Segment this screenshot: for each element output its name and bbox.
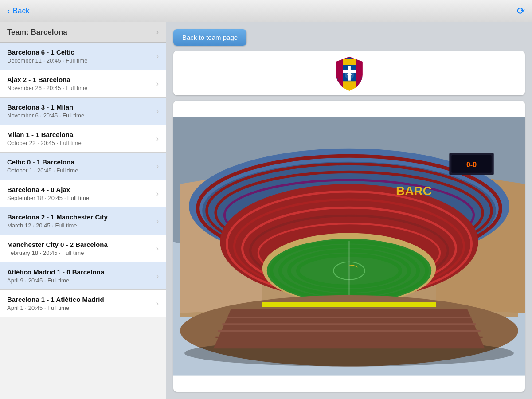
svg-text:0-0: 0-0 <box>466 160 477 168</box>
match-item[interactable]: Ajax 2 - 1 BarcelonaNovember 26 · 20:45 … <box>0 70 166 98</box>
fcb-badge: FCB <box>332 55 367 91</box>
team-logo-card: FCB <box>173 51 525 95</box>
match-subtitle: November 6 · 20:45 · Full time <box>7 112 153 119</box>
match-info: Celtic 0 - 1 BarcelonaOctober 1 · 20:45 … <box>7 158 153 174</box>
match-title: Barcelona 6 - 1 Celtic <box>7 48 153 56</box>
match-info: Barcelona 6 - 1 CelticDecember 11 · 20:4… <box>7 48 153 64</box>
match-info: Barcelona 2 - 1 Manchester CityMarch 12 … <box>7 213 153 229</box>
match-subtitle: April 9 · 20:45 · Full time <box>7 277 153 284</box>
match-item[interactable]: Celtic 0 - 1 BarcelonaOctober 1 · 20:45 … <box>0 153 166 180</box>
match-info: Barcelona 1 - 1 Atlético MadridApril 1 ·… <box>7 296 153 311</box>
item-chevron-icon: › <box>156 135 159 143</box>
match-title: Ajax 2 - 1 Barcelona <box>7 76 153 83</box>
back-button[interactable]: ‹ Back <box>7 6 29 16</box>
item-chevron-icon: › <box>156 52 159 60</box>
match-item[interactable]: Barcelona 1 - 1 Atlético MadridApril 1 ·… <box>0 290 166 317</box>
item-chevron-icon: › <box>156 190 159 198</box>
match-subtitle: February 18 · 20:45 · Full time <box>7 250 153 256</box>
item-chevron-icon: › <box>156 300 159 308</box>
match-item[interactable]: Barcelona 4 - 0 AjaxSeptember 18 · 20:45… <box>0 180 166 207</box>
match-title: Celtic 0 - 1 Barcelona <box>7 158 153 166</box>
match-subtitle: September 18 · 20:45 · Full time <box>7 195 153 201</box>
sidebar: Team: Barcelona › Barcelona 6 - 1 Celtic… <box>0 22 166 399</box>
match-info: Atlético Madrid 1 - 0 BarcelonaApril 9 ·… <box>7 268 153 284</box>
match-subtitle: November 26 · 20:45 · Full time <box>7 85 153 91</box>
right-panel: Back to team page <box>166 22 532 399</box>
team-label: Team: Barcelona <box>7 28 67 37</box>
item-chevron-icon: › <box>156 80 159 88</box>
match-title: Milan 1 - 1 Barcelona <box>7 131 153 138</box>
match-subtitle: December 11 · 20:45 · Full time <box>7 57 153 64</box>
item-chevron-icon: › <box>156 217 159 225</box>
match-title: Barcelona 4 - 0 Ajax <box>7 186 153 193</box>
match-subtitle: October 1 · 20:45 · Full time <box>7 167 153 174</box>
back-to-team-button[interactable]: Back to team page <box>173 29 246 46</box>
match-title: Manchester City 0 - 2 Barcelona <box>7 241 153 248</box>
match-title: Barcelona 1 - 1 Atlético Madrid <box>7 296 153 303</box>
match-info: Manchester City 0 - 2 BarcelonaFebruary … <box>7 241 153 256</box>
svg-text:FCB: FCB <box>347 73 352 76</box>
back-chevron-icon: ‹ <box>7 6 10 16</box>
stadium-svg: 0-0 BARC <box>173 101 525 392</box>
app-header: ‹ Back ⟳ <box>0 0 532 22</box>
match-subtitle: April 1 · 20:45 · Full time <box>7 305 153 311</box>
match-list: Barcelona 6 - 1 CelticDecember 11 · 20:4… <box>0 43 166 317</box>
back-label: Back <box>13 7 30 16</box>
sidebar-header-chevron-icon: › <box>156 27 159 37</box>
match-item[interactable]: Atlético Madrid 1 - 0 BarcelonaApril 9 ·… <box>0 262 166 290</box>
match-item[interactable]: Barcelona 2 - 1 Manchester CityMarch 12 … <box>0 207 166 235</box>
main-content: Team: Barcelona › Barcelona 6 - 1 Celtic… <box>0 22 532 399</box>
refresh-icon: ⟳ <box>517 5 525 16</box>
item-chevron-icon: › <box>156 107 159 115</box>
item-chevron-icon: › <box>156 245 159 253</box>
stadium-card: 0-0 BARC <box>173 101 525 392</box>
match-item[interactable]: Barcelona 6 - 1 CelticDecember 11 · 20:4… <box>0 43 166 70</box>
match-subtitle: March 12 · 20:45 · Full time <box>7 222 153 229</box>
match-item[interactable]: Barcelona 3 - 1 MilanNovember 6 · 20:45 … <box>0 98 166 125</box>
match-item[interactable]: Manchester City 0 - 2 BarcelonaFebruary … <box>0 235 166 262</box>
svg-rect-42 <box>262 302 436 307</box>
match-title: Barcelona 2 - 1 Manchester City <box>7 213 153 221</box>
match-info: Milan 1 - 1 BarcelonaOctober 22 · 20:45 … <box>7 131 153 146</box>
match-subtitle: October 22 · 20:45 · Full time <box>7 140 153 146</box>
item-chevron-icon: › <box>156 272 159 280</box>
svg-text:BARC: BARC <box>396 184 432 198</box>
sidebar-header[interactable]: Team: Barcelona › <box>0 22 166 43</box>
match-info: Barcelona 4 - 0 AjaxSeptember 18 · 20:45… <box>7 186 153 201</box>
match-info: Barcelona 3 - 1 MilanNovember 6 · 20:45 … <box>7 103 153 119</box>
item-chevron-icon: › <box>156 162 159 170</box>
refresh-button[interactable]: ⟳ <box>517 5 525 17</box>
match-title: Atlético Madrid 1 - 0 Barcelona <box>7 268 153 276</box>
match-item[interactable]: Milan 1 - 1 BarcelonaOctober 22 · 20:45 … <box>0 125 166 153</box>
svg-marker-37 <box>213 309 485 348</box>
match-title: Barcelona 3 - 1 Milan <box>7 103 153 111</box>
match-info: Ajax 2 - 1 BarcelonaNovember 26 · 20:45 … <box>7 76 153 91</box>
